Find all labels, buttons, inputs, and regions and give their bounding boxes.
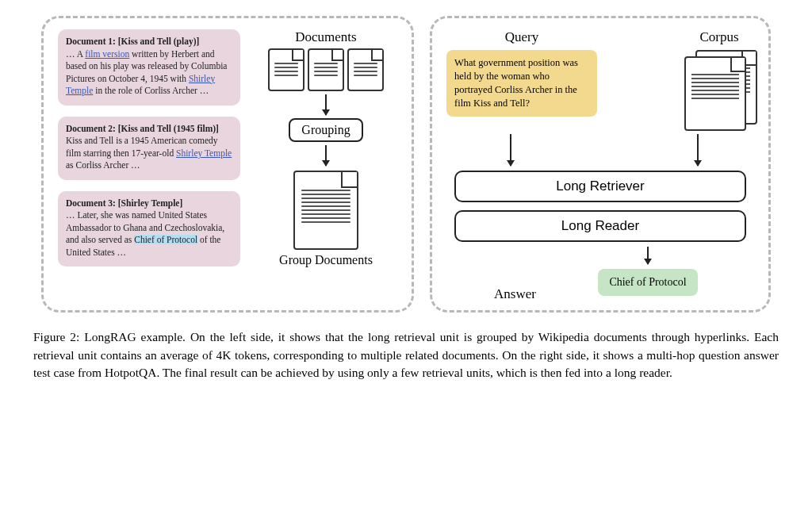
documents-column: Document 1: [Kiss and Tell (play)] … A f… [58, 29, 240, 296]
doc-icon [268, 48, 304, 91]
figure-diagram: Document 1: [Kiss and Tell (play)] … A f… [24, 16, 788, 313]
left-panel: Document 1: [Kiss and Tell (play)] … A f… [41, 16, 414, 313]
doc-icon [308, 48, 344, 91]
long-reader-box: Long Reader [454, 210, 746, 242]
doc1-card: Document 1: [Kiss and Tell (play)] … A f… [58, 29, 240, 105]
query-column: Query What government position was held … [446, 29, 597, 117]
long-retriever-box: Long Retriever [454, 171, 746, 202]
arrow-down-icon [325, 145, 327, 166]
document-icons [268, 48, 384, 91]
group-doc-icon [293, 171, 358, 250]
corpus-icon [684, 50, 754, 129]
answer-row: Answer Chief of Protocol [446, 269, 754, 296]
answer-box: Chief of Protocol [598, 269, 697, 296]
documents-label: Documents [295, 29, 356, 45]
doc-icon [347, 48, 384, 91]
corpus-label: Corpus [699, 29, 738, 45]
answer-label: Answer [494, 286, 536, 302]
group-documents-label: Group Documents [279, 253, 373, 267]
doc2-post: as Corliss Archer … [66, 160, 140, 170]
doc-icon [684, 56, 746, 131]
query-box: What government position was held by the… [446, 50, 597, 117]
arrow-down-icon [325, 94, 327, 115]
doc1-post: in the role of Corliss Archer … [93, 86, 209, 95]
query-corpus-row: Query What government position was held … [446, 29, 754, 129]
doc3-title: Document 3: [Shirley Temple] [66, 198, 182, 208]
center-arrow [446, 244, 754, 267]
doc1-link-film: film version [85, 49, 129, 59]
doc3-card: Document 3: [Shirley Temple] … Later, sh… [58, 191, 240, 267]
grouping-flow: Documents Grouping Group Documents [255, 29, 397, 296]
arrow-pair [446, 131, 754, 169]
query-label: Query [505, 29, 538, 45]
doc3-highlight: Chief of Protocol [134, 235, 197, 244]
doc2-link-temple: Shirley Temple [176, 148, 232, 158]
arrow-down-icon [647, 247, 649, 264]
doc1-pre: … A [66, 49, 85, 59]
doc1-title: Document 1: [Kiss and Tell (play)] [66, 36, 199, 46]
arrow-down-icon [697, 134, 699, 166]
corpus-column: Corpus [684, 29, 754, 129]
figure-caption: Figure 2: LongRAG example. On the left s… [33, 328, 779, 382]
arrow-down-icon [510, 134, 511, 166]
right-panel: Query What government position was held … [430, 16, 771, 313]
doc2-title: Document 2: [Kiss and Tell (1945 film)] [66, 124, 219, 133]
doc2-card: Document 2: [Kiss and Tell (1945 film)] … [58, 117, 240, 180]
grouping-box: Grouping [289, 118, 362, 142]
